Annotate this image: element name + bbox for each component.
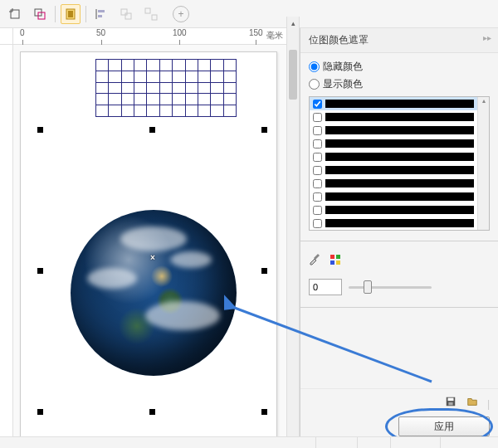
footer-separator: |: [487, 398, 490, 410]
selection-handle[interactable]: [37, 127, 43, 133]
color-swatch: [325, 113, 474, 121]
color-swatch: [325, 179, 474, 187]
svg-rect-9: [98, 15, 102, 17]
ruler-tick: 0: [20, 28, 25, 37]
toolbar: +: [0, 0, 498, 28]
color-row[interactable]: [310, 203, 477, 217]
canvas-area: 0 50 100 150 毫米: [0, 28, 286, 448]
vertical-scrollbar[interactable]: ▴: [286, 17, 300, 448]
ruler-vertical[interactable]: [0, 45, 13, 448]
svg-rect-6: [68, 11, 73, 17]
svg-rect-8: [98, 10, 105, 12]
svg-rect-12: [145, 8, 150, 13]
selection-handle[interactable]: [37, 409, 43, 415]
color-row[interactable]: [310, 177, 477, 190]
svg-rect-15: [336, 255, 340, 259]
toolbar-separator: [55, 6, 56, 22]
scroll-up-icon[interactable]: ▴: [287, 17, 299, 30]
color-list: ▴: [309, 96, 490, 231]
color-list-scrollbar[interactable]: ▴: [477, 97, 489, 230]
svg-rect-20: [449, 402, 453, 406]
ruler-tick: 50: [96, 28, 105, 37]
color-row[interactable]: [310, 150, 477, 163]
ruler-origin: [0, 28, 13, 45]
ruler-unit: 毫米: [266, 30, 283, 41]
color-row[interactable]: [310, 110, 477, 124]
color-row-checkbox[interactable]: [313, 126, 322, 135]
grid-shape[interactable]: [95, 59, 237, 117]
selection-handle[interactable]: [149, 409, 155, 415]
trace-icon[interactable]: [61, 4, 81, 24]
add-icon[interactable]: +: [173, 6, 189, 22]
hide-color-radio[interactable]: 隐藏颜色: [309, 60, 490, 74]
color-swatch: [325, 206, 474, 214]
color-row[interactable]: [310, 97, 477, 110]
eyedropper-icon[interactable]: [309, 253, 322, 269]
ungroup-icon[interactable]: [141, 4, 161, 24]
hide-color-radio-input[interactable]: [309, 61, 320, 72]
color-row[interactable]: [310, 190, 477, 203]
scroll-thumb[interactable]: [289, 50, 297, 100]
save-mask-icon[interactable]: [445, 398, 459, 410]
color-row-checkbox[interactable]: [313, 179, 322, 188]
svg-rect-14: [330, 255, 334, 259]
panel-title-label: 位图颜色遮罩: [309, 34, 369, 46]
color-row[interactable]: [310, 137, 477, 150]
ruler-horizontal[interactable]: 0 50 100 150 毫米: [13, 28, 286, 45]
open-mask-icon[interactable]: [466, 398, 481, 410]
color-swatch: [325, 153, 474, 161]
selection-center-icon[interactable]: ×: [150, 253, 155, 262]
svg-rect-11: [125, 13, 131, 19]
page[interactable]: ×: [20, 51, 277, 448]
show-color-label: 显示颜色: [323, 77, 363, 91]
canvas[interactable]: ×: [13, 45, 286, 448]
tolerance-input[interactable]: [309, 279, 342, 295]
svg-rect-10: [121, 9, 127, 15]
show-color-radio[interactable]: 显示颜色: [309, 77, 490, 91]
group-icon[interactable]: [116, 4, 136, 24]
ruler-tick: 100: [173, 28, 187, 37]
color-row[interactable]: [310, 163, 477, 177]
selection-handle[interactable]: [149, 127, 155, 133]
color-row-checkbox[interactable]: [313, 219, 322, 228]
ruler-tick: 150: [249, 28, 263, 37]
color-swatch: [325, 126, 474, 134]
color-row-checkbox[interactable]: [313, 166, 322, 175]
panel-collapse-icon[interactable]: ▸▸: [483, 33, 491, 42]
color-row-checkbox[interactable]: [313, 100, 322, 109]
svg-rect-17: [336, 261, 340, 265]
toolbar-separator: [85, 6, 86, 22]
tolerance-slider[interactable]: [349, 279, 490, 295]
selection-handle[interactable]: [261, 127, 267, 133]
color-swatch: [325, 166, 474, 174]
color-row-checkbox[interactable]: [313, 192, 322, 202]
color-swatch: [325, 192, 474, 201]
show-color-radio-input[interactable]: [309, 79, 320, 90]
color-mask-panel: 位图颜色遮罩 ▸▸ 隐藏颜色 显示颜色 ▴: [300, 28, 498, 448]
svg-rect-13: [152, 15, 157, 20]
color-row-checkbox[interactable]: [313, 153, 322, 162]
earth-image[interactable]: [71, 210, 237, 376]
align-left-icon[interactable]: [91, 4, 111, 24]
panel-title: 位图颜色遮罩 ▸▸: [300, 28, 498, 53]
color-swatch: [325, 100, 474, 108]
color-row-checkbox[interactable]: [313, 139, 322, 149]
edit-color-icon[interactable]: [329, 253, 342, 269]
apply-button[interactable]: 应用: [398, 416, 490, 436]
color-row-checkbox[interactable]: [313, 113, 322, 122]
slider-thumb[interactable]: [364, 280, 372, 294]
selection-handle[interactable]: [261, 268, 267, 274]
hide-color-label: 隐藏颜色: [323, 60, 363, 74]
color-row-checkbox[interactable]: [313, 206, 322, 215]
selection-handle[interactable]: [37, 268, 43, 274]
color-swatch: [325, 139, 474, 148]
color-swatch: [325, 219, 474, 227]
status-bar: [0, 436, 498, 448]
transform-icon[interactable]: [30, 4, 50, 24]
color-row[interactable]: [310, 124, 477, 137]
svg-rect-19: [448, 398, 454, 402]
crop-icon[interactable]: [5, 4, 25, 24]
svg-rect-16: [330, 261, 334, 265]
color-row[interactable]: [310, 217, 477, 230]
selection-handle[interactable]: [261, 409, 267, 415]
